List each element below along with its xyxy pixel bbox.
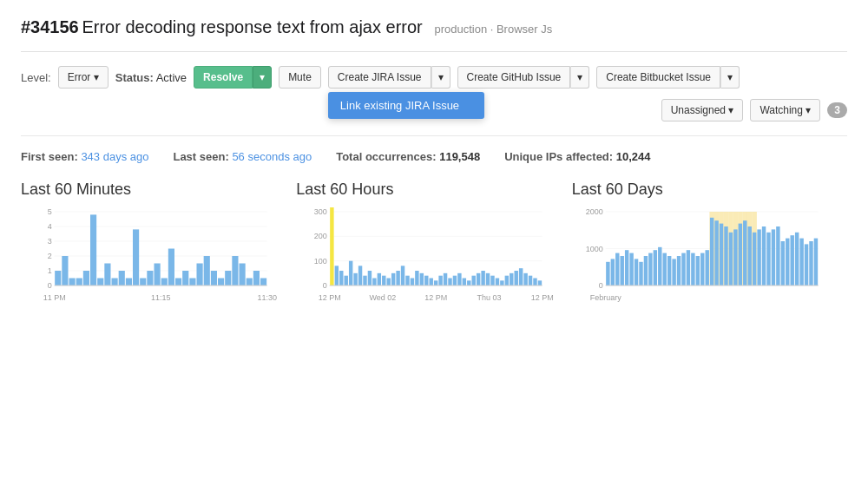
svg-rect-150 (743, 220, 746, 285)
resolve-main-button[interactable]: Resolve (194, 66, 253, 89)
svg-text:0: 0 (48, 281, 52, 290)
svg-rect-81 (457, 273, 461, 285)
svg-text:3: 3 (48, 237, 52, 246)
svg-rect-126 (629, 253, 633, 285)
svg-rect-153 (757, 229, 760, 285)
watching-button[interactable]: Watching ▾ (750, 99, 820, 121)
svg-rect-132 (658, 247, 661, 285)
svg-rect-12 (55, 271, 61, 285)
level-dropdown[interactable]: Error ▾ (58, 66, 108, 89)
chart-svg-2: 200010000February (572, 207, 830, 303)
chart-svg-0: 54321011 PM11:1511:30 (21, 207, 279, 303)
svg-rect-34 (211, 271, 217, 285)
status-label: Status: Active (115, 71, 187, 84)
svg-rect-163 (804, 244, 807, 285)
svg-rect-151 (747, 226, 751, 285)
svg-rect-154 (761, 226, 765, 285)
svg-rect-135 (672, 259, 675, 285)
svg-rect-134 (667, 256, 671, 285)
svg-rect-140 (695, 256, 699, 285)
create-bitbucket-group: Create Bitbucket Issue ▾ (596, 66, 740, 89)
svg-rect-40 (253, 271, 260, 285)
svg-rect-86 (482, 271, 485, 285)
svg-rect-85 (477, 273, 480, 285)
svg-rect-15 (76, 279, 82, 286)
svg-rect-60 (358, 266, 362, 285)
svg-rect-55 (335, 266, 339, 285)
create-github-main-button[interactable]: Create GitHub Issue (457, 66, 571, 89)
svg-rect-27 (161, 279, 168, 286)
chart-svg-1: 300200100012 PMWed 0212 PMThu 0312 PM (296, 207, 554, 303)
svg-rect-138 (686, 250, 689, 285)
watching-count-badge: 3 (827, 102, 847, 118)
svg-rect-61 (364, 276, 367, 285)
svg-rect-125 (625, 250, 628, 285)
chart-60-days: Last 60 Days200010000February (572, 180, 847, 305)
svg-rect-144 (714, 220, 718, 285)
svg-rect-63 (372, 279, 376, 286)
create-github-dropdown-button[interactable]: ▾ (570, 66, 589, 89)
svg-rect-68 (397, 271, 400, 285)
svg-rect-14 (69, 279, 75, 286)
svg-rect-66 (387, 279, 391, 286)
svg-text:11:15: 11:15 (151, 293, 171, 302)
create-jira-main-button[interactable]: Create JIRA Issue (328, 66, 431, 89)
svg-rect-70 (406, 276, 410, 285)
svg-rect-128 (639, 262, 642, 285)
svg-rect-18 (97, 279, 103, 286)
svg-rect-165 (813, 239, 817, 285)
svg-rect-148 (733, 229, 737, 285)
svg-text:5: 5 (48, 207, 52, 216)
svg-rect-58 (349, 261, 352, 285)
svg-rect-149 (738, 224, 741, 285)
svg-text:11 PM: 11 PM (43, 293, 66, 302)
svg-rect-24 (140, 279, 146, 286)
svg-rect-139 (691, 253, 694, 285)
svg-text:200: 200 (314, 232, 327, 240)
svg-rect-13 (62, 256, 68, 285)
svg-rect-82 (463, 279, 466, 286)
svg-text:1000: 1000 (585, 245, 602, 253)
svg-rect-142 (705, 250, 708, 285)
create-jira-group: Create JIRA Issue ▾ (328, 66, 450, 89)
svg-rect-74 (424, 276, 428, 285)
svg-rect-97 (534, 279, 537, 286)
svg-rect-29 (175, 279, 181, 286)
svg-text:4: 4 (48, 222, 52, 231)
level-label: Level: (21, 71, 51, 84)
create-jira-container: Create JIRA Issue ▾ Link existing JIRA I… (328, 66, 450, 89)
svg-text:300: 300 (314, 207, 327, 216)
chart-title-1: Last 60 Hours (296, 180, 554, 199)
svg-rect-38 (239, 264, 245, 286)
svg-rect-95 (524, 273, 528, 285)
svg-rect-72 (415, 271, 418, 285)
svg-rect-39 (247, 279, 253, 286)
svg-rect-69 (401, 266, 404, 285)
svg-rect-83 (467, 280, 470, 285)
svg-rect-67 (391, 273, 395, 285)
create-jira-dropdown-button[interactable]: ▾ (431, 66, 450, 89)
issue-id: #34156 (21, 17, 79, 36)
link-existing-jira-item[interactable]: Link existing JIRA Issue (328, 92, 484, 119)
create-github-group: Create GitHub Issue ▾ (457, 66, 590, 89)
svg-rect-89 (496, 279, 499, 286)
svg-rect-159 (786, 239, 789, 285)
issue-header: #34156 Error decoding response text from… (21, 17, 847, 52)
svg-rect-30 (182, 271, 188, 285)
svg-rect-122 (610, 259, 614, 285)
svg-rect-76 (434, 280, 437, 285)
svg-rect-41 (260, 279, 266, 286)
create-bitbucket-dropdown-button[interactable]: ▾ (720, 66, 740, 89)
create-bitbucket-main-button[interactable]: Create Bitbucket Issue (596, 66, 720, 89)
resolve-dropdown-button[interactable]: ▾ (253, 66, 272, 89)
svg-rect-93 (515, 271, 518, 285)
mute-button[interactable]: Mute (279, 66, 321, 89)
svg-rect-26 (154, 264, 160, 286)
svg-rect-88 (491, 276, 495, 285)
svg-rect-65 (382, 276, 385, 285)
svg-rect-23 (133, 229, 139, 285)
svg-rect-73 (420, 273, 424, 285)
unassigned-button[interactable]: Unassigned ▾ (661, 99, 744, 121)
svg-rect-92 (510, 273, 513, 285)
svg-rect-94 (519, 268, 523, 285)
